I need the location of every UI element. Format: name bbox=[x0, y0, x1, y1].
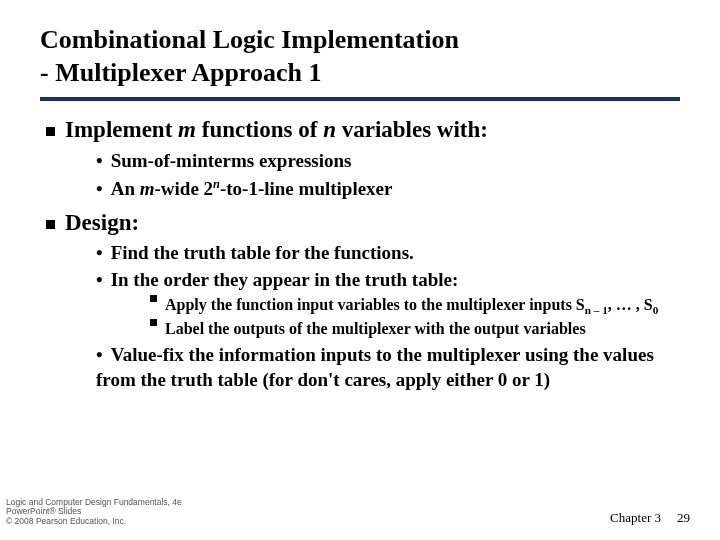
slide-footer: Logic and Computer Design Fundamentals, … bbox=[0, 498, 720, 526]
bullet-m-wide-mux: •An m-wide 2n-to-1-line multiplexer bbox=[96, 176, 680, 202]
title-divider bbox=[40, 97, 680, 101]
bullet-sum-of-minterms: •Sum-of-minterms expressions bbox=[96, 149, 680, 174]
bullet-value-fix: •Value-fix the information inputs to the… bbox=[96, 343, 680, 392]
title-line-2: - Multiplexer Approach 1 bbox=[40, 58, 321, 87]
bullet-in-order: •In the order they appear in the truth t… bbox=[96, 268, 680, 293]
text: Implement bbox=[65, 117, 178, 142]
square-bullet-icon bbox=[150, 319, 157, 326]
text: Apply the function input variables to th… bbox=[165, 295, 680, 317]
bullet-apply-inputs: Apply the function input variables to th… bbox=[150, 295, 680, 317]
text: -to-1-line multiplexer bbox=[220, 178, 393, 199]
slide-title: Combinational Logic Implementation - Mul… bbox=[40, 24, 680, 89]
subscript: n – 1 bbox=[585, 304, 608, 316]
dot-bullet-icon: • bbox=[96, 242, 103, 263]
text: , … , S bbox=[608, 296, 653, 313]
exponent-n: n bbox=[213, 177, 220, 191]
text: functions of bbox=[196, 117, 323, 142]
footer-line: © 2008 Pearson Education, Inc. bbox=[6, 517, 182, 526]
square-bullet-icon bbox=[46, 127, 55, 136]
bullet-implement: Implement m functions of n variables wit… bbox=[46, 115, 680, 145]
dot-bullet-icon: • bbox=[96, 150, 103, 171]
var-n: n bbox=[323, 117, 336, 142]
var-m: m bbox=[140, 178, 155, 199]
text: Label the outputs of the multiplexer wit… bbox=[165, 319, 680, 339]
chapter-label: Chapter 3 bbox=[610, 510, 661, 525]
text: variables with: bbox=[336, 117, 488, 142]
var-m: m bbox=[178, 117, 196, 142]
dot-bullet-icon: • bbox=[96, 178, 103, 199]
text: In the order they appear in the truth ta… bbox=[111, 269, 459, 290]
copyright-block: Logic and Computer Design Fundamentals, … bbox=[6, 498, 182, 526]
page-number: 29 bbox=[677, 510, 690, 525]
text: An bbox=[111, 178, 140, 199]
dot-bullet-icon: • bbox=[96, 269, 103, 290]
square-bullet-icon bbox=[150, 295, 157, 302]
text: Value-fix the information inputs to the … bbox=[96, 344, 654, 390]
page-indicator: Chapter 329 bbox=[610, 510, 690, 526]
bullet-label-outputs: Label the outputs of the multiplexer wit… bbox=[150, 319, 680, 339]
text: Apply the function input variables to th… bbox=[165, 296, 585, 313]
text: -wide 2 bbox=[154, 178, 213, 199]
title-line-1: Combinational Logic Implementation bbox=[40, 25, 459, 54]
bullet-design: Design: bbox=[46, 208, 680, 238]
bullet-find-truth-table: •Find the truth table for the functions. bbox=[96, 241, 680, 266]
text: Find the truth table for the functions. bbox=[111, 242, 414, 263]
square-bullet-icon bbox=[46, 220, 55, 229]
text: Sum-of-minterms expressions bbox=[111, 150, 352, 171]
subscript: 0 bbox=[653, 304, 659, 316]
text: Design: bbox=[65, 210, 139, 235]
dot-bullet-icon: • bbox=[96, 344, 103, 365]
